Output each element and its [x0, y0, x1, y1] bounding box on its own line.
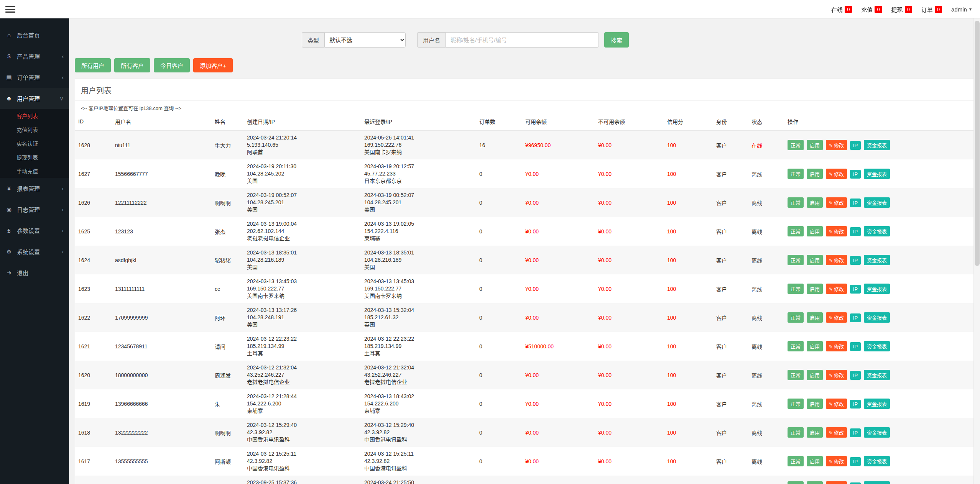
ip-button[interactable]: IP	[850, 482, 861, 484]
fund-report-button[interactable]: 资金报表	[864, 427, 890, 438]
fund-report-button[interactable]: 资金报表	[864, 140, 890, 150]
normal-button[interactable]: 正常	[788, 169, 804, 179]
username-input[interactable]	[446, 32, 599, 48]
enable-button[interactable]: 启用	[807, 341, 823, 351]
normal-button[interactable]: 正常	[788, 226, 804, 236]
ip-button[interactable]: IP	[850, 256, 861, 265]
sidebar-subitem-recharge-list[interactable]: 充值列表	[0, 123, 69, 136]
edit-button[interactable]: ✎修改	[826, 284, 847, 294]
enable-button[interactable]: 启用	[807, 226, 823, 236]
edit-button[interactable]: ✎修改	[826, 169, 847, 179]
normal-button[interactable]: 正常	[788, 427, 804, 438]
edit-button[interactable]: ✎修改	[826, 312, 847, 323]
ip-button[interactable]: IP	[850, 227, 861, 236]
ip-button[interactable]: IP	[850, 400, 861, 409]
scrollbar-thumb[interactable]	[975, 21, 980, 266]
normal-button[interactable]: 正常	[788, 370, 804, 380]
sidebar-item-users[interactable]: ☻ 用户管理 ∨	[0, 88, 69, 109]
edit-button[interactable]: ✎修改	[826, 456, 847, 466]
enable-button[interactable]: 启用	[807, 197, 823, 208]
fund-report-button[interactable]: 资金报表	[864, 169, 890, 179]
fund-report-button[interactable]: 资金报表	[864, 226, 890, 236]
menu-toggle-icon[interactable]	[5, 5, 15, 14]
enable-button[interactable]: 启用	[807, 456, 823, 466]
normal-button[interactable]: 正常	[788, 456, 804, 466]
ip-button[interactable]: IP	[850, 285, 861, 294]
enable-button[interactable]: 启用	[807, 481, 823, 484]
normal-button[interactable]: 正常	[788, 197, 804, 208]
ip-button[interactable]: IP	[850, 371, 861, 380]
enable-button[interactable]: 启用	[807, 399, 823, 409]
admin-menu[interactable]: admin ▾	[951, 6, 972, 13]
sidebar-item-logs[interactable]: ◉ 日志管理 ‹	[0, 199, 69, 220]
ip-button[interactable]: IP	[850, 199, 861, 207]
edit-button[interactable]: ✎修改	[826, 370, 847, 380]
all-customers-button[interactable]: 所有客户	[114, 58, 150, 72]
today-customers-button[interactable]: 今日客户	[154, 58, 190, 72]
normal-button[interactable]: 正常	[788, 284, 804, 294]
fund-report-button[interactable]: 资金报表	[864, 341, 890, 351]
ip-button[interactable]: IP	[850, 170, 861, 179]
sidebar-subitem-identity-verify[interactable]: 实名认证	[0, 136, 69, 150]
edit-button[interactable]: ✎修改	[826, 481, 847, 484]
ip-button[interactable]: IP	[850, 457, 861, 466]
sidebar-subitem-withdraw-list[interactable]: 提现列表	[0, 150, 69, 164]
edit-button[interactable]: ✎修改	[826, 255, 847, 265]
edit-button[interactable]: ✎修改	[826, 197, 847, 208]
sidebar-item-logout[interactable]: ➜ 退出	[0, 262, 69, 283]
add-customer-button[interactable]: 添加客户+	[193, 58, 233, 72]
sidebar-item-products[interactable]: $ 产品管理 ‹	[0, 46, 69, 67]
edit-button[interactable]: ✎修改	[826, 399, 847, 409]
enable-button[interactable]: 启用	[807, 427, 823, 438]
edit-button[interactable]: ✎修改	[826, 427, 847, 438]
normal-button[interactable]: 正常	[788, 481, 804, 484]
normal-button[interactable]: 正常	[788, 140, 804, 150]
edit-button[interactable]: ✎修改	[826, 341, 847, 351]
cell-actions: 正常 启用 ✎修改 IP 资金报表	[784, 303, 974, 332]
ip-button[interactable]: IP	[850, 313, 861, 322]
sidebar-subitem-manual-recharge[interactable]: 手动充值	[0, 164, 69, 178]
topbar-stat-recharge[interactable]: 充值 0	[861, 5, 882, 13]
ip-button[interactable]: IP	[850, 428, 861, 437]
fund-report-button[interactable]: 资金报表	[864, 399, 890, 409]
fund-report-button[interactable]: 资金报表	[864, 255, 890, 265]
all-users-button[interactable]: 所有用户	[75, 58, 111, 72]
topbar-stat-online[interactable]: 在线 0	[831, 5, 852, 13]
fund-report-button[interactable]: 资金报表	[864, 197, 890, 208]
sidebar-subitem-customer-list[interactable]: 客户列表	[0, 109, 69, 123]
topbar-stat-withdraw[interactable]: 提现 0	[891, 5, 912, 13]
normal-button[interactable]: 正常	[788, 341, 804, 351]
enable-button[interactable]: 启用	[807, 312, 823, 323]
fund-report-button[interactable]: 资金报表	[864, 370, 890, 380]
enable-button[interactable]: 启用	[807, 255, 823, 265]
search-button[interactable]: 搜索	[604, 32, 629, 48]
normal-button[interactable]: 正常	[788, 399, 804, 409]
ip-button[interactable]: IP	[850, 342, 861, 351]
edit-button[interactable]: ✎修改	[826, 140, 847, 150]
cell-created: 2024-03-24 21:20:14 5.193.140.65 阿联酋	[244, 131, 361, 160]
sidebar-item-dashboard[interactable]: ⌂ 后台首页	[0, 25, 69, 46]
fund-report-button[interactable]: 资金报表	[864, 456, 890, 466]
enable-button[interactable]: 启用	[807, 169, 823, 179]
normal-button[interactable]: 正常	[788, 312, 804, 323]
vertical-scrollbar[interactable]	[973, 18, 980, 484]
ip-button[interactable]: IP	[850, 141, 861, 150]
fund-report-button[interactable]: 资金报表	[864, 481, 890, 484]
sidebar-item-parameters[interactable]: £ 参数设置 ‹	[0, 220, 69, 241]
sidebar-item-reports[interactable]: ¥ 报表管理 ‹	[0, 178, 69, 199]
cell-actions: 正常 启用 ✎修改 IP 资金报表	[784, 476, 974, 484]
normal-button[interactable]: 正常	[788, 255, 804, 265]
type-select[interactable]: 默认不选	[324, 32, 406, 48]
sidebar-item-orders[interactable]: ▤ 订单管理 ‹	[0, 67, 69, 88]
fund-report-button[interactable]: 资金报表	[864, 312, 890, 323]
edit-button[interactable]: ✎修改	[826, 226, 847, 236]
enable-button[interactable]: 启用	[807, 370, 823, 380]
topbar-stat-orders[interactable]: 订单 0	[921, 5, 942, 13]
sidebar-item-system[interactable]: ⚙ 系统设置 ‹	[0, 241, 69, 262]
table-row: 1624 asdfghjkl 猪猪猪 2024-03-13 18:35:01 1…	[75, 246, 974, 274]
enable-button[interactable]: 启用	[807, 284, 823, 294]
fund-report-button[interactable]: 资金报表	[864, 284, 890, 294]
enable-button[interactable]: 启用	[807, 140, 823, 150]
created-date: 2024-03-12 15:29:40	[247, 422, 358, 429]
cell-name: 啊啊啊	[212, 188, 244, 217]
